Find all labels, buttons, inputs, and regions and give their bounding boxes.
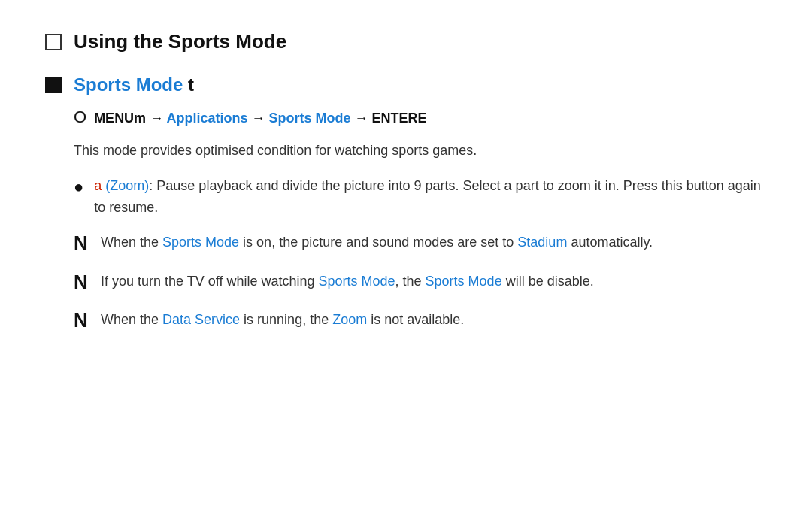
note-item-1: N When the Sports Mode is on, the pictur… (74, 232, 767, 255)
note1-link1: Sports Mode (162, 235, 239, 250)
note2-link1: Sports Mode (319, 274, 395, 289)
note-text-3: When the Data Service is running, the Zo… (101, 309, 464, 331)
note-n-icon-3: N (74, 309, 90, 332)
bullet-item: ● a (Zoom): Pause playback and divide th… (74, 175, 767, 219)
filled-square-icon (45, 77, 62, 93)
entere-label: ENTERE (372, 111, 427, 126)
page-title-row: Using the Sports Mode (45, 30, 767, 53)
arrow2: → (252, 111, 269, 126)
note-text-2: If you turn the TV off while watching Sp… (101, 271, 594, 292)
note2-after: will be disable. (502, 274, 594, 289)
note3-link1: Data Service (162, 312, 240, 327)
note-n-icon-1: N (74, 232, 90, 255)
bullet-red-label: a (94, 178, 102, 193)
menu-path-text: MENUm → Applications → Sports Mode → ENT… (94, 111, 426, 126)
note-n-icon-2: N (74, 271, 90, 294)
bullet-main-text: : Pause playback and divide the picture … (94, 178, 761, 215)
note1-before: When the (101, 235, 162, 250)
note-item-3: N When the Data Service is running, the … (74, 309, 767, 332)
bullet-text: a (Zoom): Pause playback and divide the … (94, 175, 767, 219)
note1-middle: is on, the picture and sound modes are s… (239, 235, 517, 250)
page-title: Using the Sports Mode (74, 30, 286, 53)
section-title: Sports Mode t (74, 74, 194, 95)
applications-link: Applications (167, 111, 248, 126)
note3-after: is not available. (367, 312, 464, 327)
checkbox-icon (45, 34, 62, 50)
note3-link2: Zoom (332, 312, 367, 327)
note1-after: automatically. (567, 235, 653, 250)
section-title-blue: Sports Mode (74, 74, 183, 95)
section-title-suffix: t (183, 74, 194, 95)
circle-o-icon: O (74, 109, 86, 126)
menu-path-row: O MENUm → Applications → Sports Mode → E… (74, 109, 767, 126)
note3-middle: is running, the (240, 312, 332, 327)
note-text-1: When the Sports Mode is on, the picture … (101, 232, 653, 253)
note3-before: When the (101, 312, 162, 327)
note1-link2: Stadium (517, 235, 567, 250)
arrow1: → (150, 111, 166, 126)
description-text: This mode provides optimised condition f… (74, 140, 767, 162)
section-heading-row: Sports Mode t (45, 74, 767, 95)
menu-label: MENUm (94, 111, 146, 126)
bullet-zoom-link: (Zoom) (105, 178, 149, 193)
note2-link2: Sports Mode (426, 274, 502, 289)
note2-before: If you turn the TV off while watching (101, 274, 319, 289)
arrow3: → (355, 111, 372, 126)
note-item-2: N If you turn the TV off while watching … (74, 271, 767, 294)
bullet-dot-icon: ● (74, 176, 83, 199)
note2-middle: , the (395, 274, 426, 289)
sports-mode-link-menu: Sports Mode (269, 111, 351, 126)
